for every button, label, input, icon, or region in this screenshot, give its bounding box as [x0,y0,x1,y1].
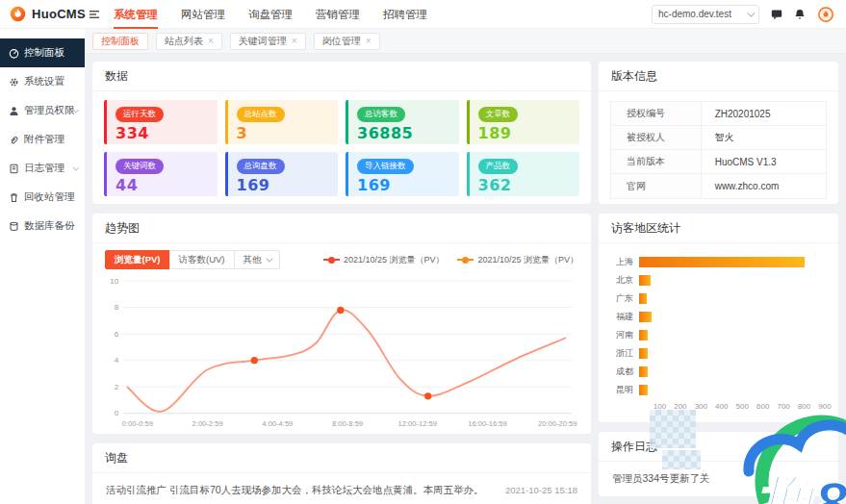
tab-label: 控制面板 [101,35,140,48]
trend-panel: 趋势图 浏览量(PV) 访客数(UV) 其他 2021/10/25 浏览量（PV… [92,214,591,434]
tab-positions[interactable]: 岗位管理 [314,33,380,50]
tab-keywords[interactable]: 关键词管理 [230,33,306,50]
version-row: 授权编号ZH20201025 [611,102,826,126]
nav-item-inquiry[interactable]: 询盘管理 [248,0,293,29]
mosaic-censor-block [650,410,696,448]
region-row: 昆明 [608,381,825,399]
sidebar-item-label: 系统设置 [24,75,64,88]
filter-other-dropdown[interactable]: 其他 [234,250,280,269]
stat-label-badge: 运行天数 [115,107,164,122]
close-icon[interactable] [292,37,297,46]
sidebar-item-label: 附件管理 [24,133,64,146]
region-label: 河南 [608,329,633,341]
site-select[interactable]: hc-demo.dev.test [652,5,759,24]
nav-item-system[interactable]: 系统管理 [114,0,158,29]
region-row: 河南 [608,326,825,344]
version-panel-title: 版本信息 [599,62,838,91]
region-bar [639,385,648,395]
stat-label-badge: 总访客数 [357,107,405,122]
stat-value: 189 [478,124,572,142]
tab-dashboard[interactable]: 控制面板 [92,33,148,50]
user-avatar[interactable] [817,6,834,23]
tab-site-list[interactable]: 站点列表 [156,33,222,50]
brand: HuoCMS [10,6,85,22]
legend-line-icon [469,259,474,261]
sidebar-item-logs[interactable]: 日志管理 [0,154,85,183]
stat-card-imported-links: 导入链接数169 [346,152,459,196]
sidebar-item-label: 日志管理 [24,162,64,175]
version-value: HuoCMS V1.3 [702,157,777,167]
sidebar-item-system-settings[interactable]: 系统设置 [0,67,85,96]
bell-icon[interactable] [794,9,806,20]
region-row: 上海 [608,253,825,271]
svg-text:12:00-12:59: 12:00-12:59 [398,419,437,428]
svg-text:2:00-2:59: 2:00-2:59 [192,419,223,428]
stat-card-running-days: 运行天数334 [104,100,218,144]
stat-card-total-inquiries: 总询盘数169 [225,152,339,196]
nav-item-website[interactable]: 网站管理 [181,0,225,29]
gear-icon [9,77,19,88]
legend-item[interactable]: 2021/10/25 浏览量（PV） [457,254,578,266]
version-value: ZH20201025 [702,109,771,119]
stat-label-badge: 文章数 [478,107,519,122]
filter-uv-button[interactable]: 访客数(UV) [169,250,235,269]
region-track [639,275,825,286]
region-label: 浙江 [608,347,633,360]
region-label: 福建 [608,311,633,323]
version-table: 授权编号ZH20201025 被授权人智火 当前版本HuoCMS V1.3 官网… [610,101,827,199]
filter-label: 其他 [244,254,262,266]
trend-panel-title: 趋势图 [92,214,591,243]
legend-item[interactable]: 2021/10/25 浏览量（PV） [323,254,445,266]
svg-text:6: 6 [115,330,119,339]
trend-filter-group: 浏览量(PV) 访客数(UV) 其他 [105,250,280,269]
sidebar-item-dashboard[interactable]: 控制面板 [0,38,85,67]
inquiry-text: 活动引流推广 引流目标70人去现场参加大会，科技论坛大会地点黄浦。本周五举办。 [106,484,496,497]
sidebar-item-attachments[interactable]: 附件管理 [0,125,85,154]
region-row: 成都 [608,363,825,381]
sidebar: 控制面板 系统设置 管理员权限 附件管理 日志管理 回收站管理 数据库备份 [0,29,85,504]
database-icon [9,221,19,232]
huocms-flame-logo-icon [10,6,26,22]
watermark-logo: 撸81 [699,404,846,504]
topbar: HuoCMS 系统管理 网站管理 询盘管理 营销管理 招聘管理 hc-demo.… [0,0,846,29]
region-bar [639,366,648,377]
close-icon[interactable] [208,37,214,46]
region-label: 上海 [608,256,633,268]
chevron-down-icon [72,106,79,113]
sidebar-item-recycle-bin[interactable]: 回收站管理 [0,183,85,212]
inquiry-time: 2021-10-25 15:18 [505,485,577,495]
nav-item-recruit[interactable]: 招聘管理 [383,0,427,29]
svg-text:16:00-16:59: 16:00-16:59 [468,419,506,428]
sidebar-item-database-backup[interactable]: 数据库备份 [0,212,85,240]
sidebar-collapse-icon[interactable] [89,9,100,20]
tab-bar: 控制面板 站点列表 关键词管理 岗位管理 [85,29,846,54]
legend-label: 2021/10/25 浏览量（PV） [344,254,445,266]
top-navigation: 系统管理 网站管理 询盘管理 营销管理 招聘管理 [114,0,427,29]
region-track [639,312,825,322]
region-row: 福建 [608,308,825,326]
stat-grid: 运行天数334 总站点数3 总访客数36885 文章数189 关键词数44 总询… [92,91,591,205]
site-select-value: hc-demo.dev.test [658,9,731,19]
chevron-down-icon [266,255,272,262]
trend-line-chart-svg: 02468100:00-0:592:00-2:594:00-4:598:00-8… [100,273,583,431]
close-icon[interactable] [366,37,372,46]
user-icon [9,106,19,116]
sidebar-item-label: 控制面板 [24,46,64,60]
sidebar-item-label: 回收站管理 [24,190,75,204]
chevron-down-icon [747,9,755,16]
stat-label-badge: 关键词数 [115,159,164,174]
stat-label-badge: 总询盘数 [237,159,285,174]
tab-label: 岗位管理 [322,35,361,48]
svg-text:4: 4 [115,356,119,365]
filter-pv-button[interactable]: 浏览量(PV) [105,250,170,269]
message-icon[interactable] [771,9,782,20]
svg-text:2: 2 [115,383,119,391]
region-row: 浙江 [608,344,825,363]
region-panel: 访客地区统计 上海北京广东福建河南浙江成都昆明10020030040050060… [599,214,838,422]
sidebar-item-admin-permissions[interactable]: 管理员权限 [0,96,85,125]
nav-item-marketing[interactable]: 营销管理 [316,0,360,29]
stat-value: 169 [357,176,450,194]
chevron-down-icon [72,164,79,170]
version-value: www.zhco.com [702,181,780,191]
region-bar [639,348,648,359]
